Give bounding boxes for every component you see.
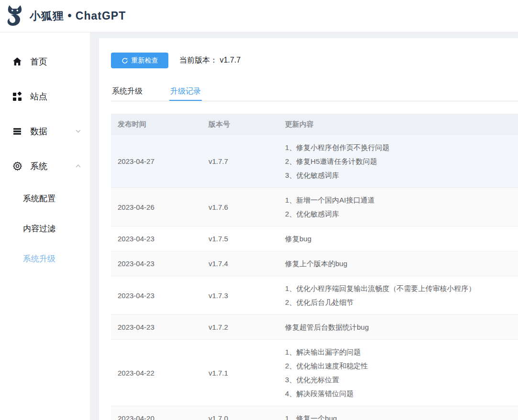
recheck-button[interactable]: 重新检查: [111, 53, 168, 68]
toolbar: 重新检查 当前版本： v1.7.7: [111, 53, 518, 68]
sidebar: 首页 站点 数据: [0, 32, 90, 420]
column-header-date: 发布时间: [111, 120, 202, 129]
update-content: 1、优化小程序端回复输出流畅度（不需要上传审核小程序） 2、优化后台几处细节: [278, 281, 518, 309]
table-row: 2023-04-23 v1.7.3 1、优化小程序端回复输出流畅度（不需要上传审…: [111, 276, 518, 315]
table-header: 发布时间 版本号 更新内容: [111, 114, 518, 135]
update-line: 2、优化敏感词库: [285, 207, 518, 221]
column-header-content: 更新内容: [278, 120, 518, 129]
update-content: 修复bug: [278, 232, 518, 246]
update-line: 修复bug: [285, 232, 518, 246]
sidebar-item-label: 数据: [30, 126, 75, 137]
release-date: 2023-04-27: [111, 157, 202, 165]
sidebar-item-system-config[interactable]: 系统配置: [0, 183, 90, 214]
update-line: 4、解决段落错位问题: [285, 387, 518, 400]
release-date: 2023-04-26: [111, 203, 202, 211]
recheck-button-label: 重新检查: [132, 56, 158, 65]
version-number: v1.7.5: [202, 235, 278, 243]
update-line: 修复上个版本的bug: [285, 257, 518, 270]
sidebar-item-system[interactable]: 系统: [0, 149, 90, 183]
sidebar-item-home[interactable]: 首页: [0, 44, 90, 79]
sidebar-item-data[interactable]: 数据: [0, 114, 90, 149]
version-number: v1.7.4: [202, 259, 278, 268]
sidebar-subitem-label: 系统升级: [23, 253, 55, 264]
table-row: 2023-04-22 v1.7.1 1、解决输出漏字的问题 2、优化输出速度和稳…: [111, 340, 518, 406]
update-line: 1、修复小程序创作页不换行问题: [285, 140, 518, 154]
update-line: 1、新增一个国内AI接口通道: [285, 193, 518, 207]
current-version-label: 当前版本：: [179, 56, 218, 64]
update-line: 修复超管后台数据统计bug: [285, 320, 518, 334]
current-version: 当前版本： v1.7.7: [179, 55, 241, 65]
update-content: 修复超管后台数据统计bug: [278, 320, 518, 334]
update-line: 1、解决输出漏字的问题: [285, 345, 518, 359]
chevron-up-icon: [75, 163, 81, 169]
update-content: 1、解决输出漏字的问题 2、优化输出速度和稳定性 3、优化光标位置 4、解决段落…: [278, 345, 518, 400]
data-icon: [12, 126, 22, 137]
table-row: 2023-04-23 v1.7.2 修复超管后台数据统计bug: [111, 315, 518, 340]
sidebar-item-label: 首页: [30, 56, 81, 67]
update-content: 修复上个版本的bug: [278, 257, 518, 270]
tab-bar: 系统升级 升级记录: [111, 82, 518, 101]
release-date: 2023-04-22: [111, 369, 202, 377]
table-row: 2023-04-23 v1.7.5 修复bug: [111, 226, 518, 251]
sidebar-subitem-label: 内容过滤: [23, 223, 55, 234]
home-icon: [12, 56, 22, 67]
table-row: 2023-04-23 v1.7.4 修复上个版本的bug: [111, 251, 518, 276]
update-line: 2、优化输出速度和稳定性: [285, 359, 518, 373]
update-content: 1、新增一个国内AI接口通道 2、优化敏感词库: [278, 193, 518, 221]
version-number: v1.7.7: [202, 157, 278, 165]
table-row: 2023-04-27 v1.7.7 1、修复小程序创作页不换行问题 2、修复H5…: [111, 135, 518, 188]
sites-icon: [12, 91, 22, 102]
update-line: 3、优化敏感词库: [285, 168, 518, 182]
update-content: 1、修复小程序创作页不换行问题 2、修复H5邀请任务计数问题 3、优化敏感词库: [278, 140, 518, 182]
release-date: 2023-04-23: [111, 259, 202, 268]
refresh-icon: [121, 57, 128, 64]
tab-upgrade-records[interactable]: 升级记录: [169, 82, 202, 101]
version-number: v1.7.6: [202, 203, 278, 211]
sidebar-item-label: 站点: [30, 91, 81, 102]
table-row: 2023-04-26 v1.7.6 1、新增一个国内AI接口通道 2、优化敏感词…: [111, 188, 518, 226]
sidebar-item-content-filter[interactable]: 内容过滤: [0, 214, 90, 244]
tab-system-upgrade[interactable]: 系统升级: [111, 82, 143, 101]
version-number: v1.7.0: [202, 414, 278, 420]
release-date: 2023-04-23: [111, 235, 202, 243]
release-date: 2023-04-20: [111, 414, 202, 420]
version-number: v1.7.1: [202, 369, 278, 377]
app-logo: 小狐狸 • ChatGPT: [4, 4, 126, 28]
chevron-down-icon: [75, 128, 81, 134]
sidebar-item-system-upgrade[interactable]: 系统升级: [0, 244, 90, 274]
update-line: 2、优化后台几处细节: [285, 295, 518, 309]
app-title: 小狐狸 • ChatGPT: [30, 9, 126, 23]
current-version-value: v1.7.7: [220, 56, 241, 64]
sidebar-item-label: 系统: [30, 161, 75, 172]
column-header-version: 版本号: [202, 120, 278, 129]
release-date: 2023-04-23: [111, 323, 202, 331]
sidebar-subitem-label: 系统配置: [23, 193, 55, 204]
update-line: 1、修复一个bug: [285, 411, 518, 420]
update-line: 1、优化小程序端回复输出流畅度（不需要上传审核小程序）: [285, 281, 518, 295]
main-content: 重新检查 当前版本： v1.7.7 系统升级 升级记录 发布时间 版本号 更新内…: [99, 38, 518, 420]
table-row: 2023-04-20 v1.7.0 1、修复一个bug: [111, 406, 518, 420]
update-line: 3、优化光标位置: [285, 373, 518, 387]
app-header: 小狐狸 • ChatGPT: [0, 0, 518, 32]
version-number: v1.7.2: [202, 323, 278, 331]
version-number: v1.7.3: [202, 291, 278, 300]
update-line: 2、修复H5邀请任务计数问题: [285, 154, 518, 168]
release-date: 2023-04-23: [111, 291, 202, 300]
upgrade-records-table: 发布时间 版本号 更新内容 2023-04-27 v1.7.7 1、修复小程序创…: [111, 114, 518, 420]
gear-icon: [12, 161, 22, 172]
fox-logo-icon: [4, 4, 26, 28]
sidebar-item-sites[interactable]: 站点: [0, 79, 90, 114]
update-content: 1、修复一个bug: [278, 411, 518, 420]
